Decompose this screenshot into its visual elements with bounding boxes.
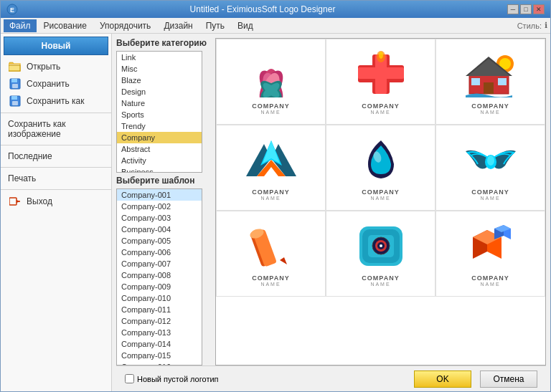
svg-rect-33 <box>484 82 494 94</box>
sidebar-save-as[interactable]: Сохранить как <box>1 92 111 110</box>
save-as-icon <box>8 95 22 107</box>
logo-text-3: COMPANY <box>471 102 509 110</box>
template-list[interactable]: Company-001 Company-002 Company-003 Comp… <box>116 188 202 365</box>
sidebar-exit[interactable]: Выход <box>1 193 111 210</box>
close-button[interactable]: ✕ <box>533 4 545 14</box>
cat-design[interactable]: Design <box>117 86 202 97</box>
logo-sub-1: NAME <box>260 110 281 115</box>
tpl-010[interactable]: Company-010 <box>117 292 202 304</box>
logo-text-9: COMPANY <box>471 274 509 282</box>
cat-link[interactable]: Link <box>117 52 202 63</box>
logo-img-8 <box>352 221 410 272</box>
menu-draw[interactable]: Рисование <box>38 19 93 32</box>
window-controls: ─ □ ✕ <box>507 4 545 14</box>
tpl-001[interactable]: Company-001 <box>117 189 202 201</box>
menu-view[interactable]: Вид <box>232 19 259 32</box>
tpl-012[interactable]: Company-012 <box>117 315 202 327</box>
sidebar-open[interactable]: Открыть <box>1 58 111 75</box>
cat-activity[interactable]: Activity <box>117 155 202 166</box>
tpl-007[interactable]: Company-007 <box>117 258 202 269</box>
tpl-004[interactable]: Company-004 <box>117 224 202 235</box>
tpl-013[interactable]: Company-013 <box>117 327 202 338</box>
logo-img-2 <box>352 49 410 100</box>
sidebar-save[interactable]: Сохранить <box>1 75 111 92</box>
svg-rect-34 <box>471 78 480 85</box>
logo-sub-7: NAME <box>260 282 281 287</box>
logo-cell-4[interactable]: COMPANY NAME <box>216 125 326 211</box>
logo-img-1 <box>242 49 300 100</box>
logo-text-4: COMPANY <box>252 188 289 196</box>
sidebar-divider-1 <box>1 113 111 113</box>
logo-text-7: COMPANY <box>252 274 289 282</box>
tpl-003[interactable]: Company-003 <box>117 212 202 224</box>
maximize-button[interactable]: □ <box>520 4 532 14</box>
logo-cell-5[interactable]: COMPANY NAME <box>326 125 435 211</box>
menu-path[interactable]: Путь <box>200 19 230 32</box>
exit-icon <box>8 196 22 207</box>
logo-img-3 <box>462 49 519 100</box>
sidebar: Новый Открыть Сохранить Сохранить как <box>1 34 112 391</box>
minimize-button[interactable]: ─ <box>507 4 519 14</box>
template-label: Выберите шаблон <box>116 176 209 186</box>
tpl-011[interactable]: Company-011 <box>117 304 202 315</box>
logo-sub-3: NAME <box>480 110 500 115</box>
logo-cell-8[interactable]: COMPANY NAME <box>326 211 435 297</box>
logo-text-8: COMPANY <box>362 274 399 282</box>
open-icon <box>8 61 22 72</box>
logo-img-4 <box>242 135 300 186</box>
svg-text:E: E <box>10 6 14 14</box>
cancel-button[interactable]: Отмена <box>480 371 537 388</box>
sidebar-save-image[interactable]: Сохранить как изображение <box>1 116 111 142</box>
logo-sub-5: NAME <box>370 196 390 201</box>
tpl-009[interactable]: Company-009 <box>117 281 202 292</box>
tpl-005[interactable]: Company-005 <box>117 235 202 247</box>
sidebar-divider-2 <box>1 145 111 145</box>
logo-cell-3[interactable]: COMPANY NAME <box>435 39 545 125</box>
tpl-002[interactable]: Company-002 <box>117 201 202 212</box>
cat-trendy[interactable]: Trendy <box>117 120 202 132</box>
tpl-014[interactable]: Company-014 <box>117 338 202 350</box>
new-logo-checkbox[interactable] <box>125 374 134 383</box>
cat-misc[interactable]: Misc <box>117 63 202 75</box>
logo-cell-9[interactable]: COMPANY NAME <box>435 211 545 297</box>
logo-img-9 <box>462 221 519 272</box>
menu-file[interactable]: Файл <box>4 19 37 32</box>
cat-abstract[interactable]: Abstract <box>117 143 202 155</box>
cat-business[interactable]: Business <box>117 166 202 173</box>
cat-nature[interactable]: Nature <box>117 97 202 109</box>
new-logo-label: Новый пустой логотип <box>137 375 219 383</box>
new-button[interactable]: Новый <box>4 37 108 55</box>
sidebar-divider-3 <box>1 167 111 168</box>
tpl-008[interactable]: Company-008 <box>117 269 202 281</box>
logo-text-5: COMPANY <box>362 188 399 196</box>
logo-img-7 <box>242 221 300 272</box>
logo-cell-6[interactable]: COMPANY NAME <box>435 125 545 211</box>
new-logo-checkbox-wrap: Новый пустой логотип <box>125 374 219 383</box>
tpl-006[interactable]: Company-006 <box>117 247 202 258</box>
menu-design[interactable]: Дизайн <box>158 19 198 32</box>
title-bar: E Untitled - EximiousSoft Logo Designer … <box>1 1 550 18</box>
save-icon <box>8 78 22 90</box>
cat-blaze[interactable]: Blaze <box>117 75 202 86</box>
ok-button[interactable]: OK <box>414 371 471 388</box>
category-list[interactable]: Link Misc Blaze Design Nature Sports Tre… <box>116 51 202 173</box>
tpl-015[interactable]: Company-015 <box>117 350 202 361</box>
logo-text-1: COMPANY <box>252 102 289 110</box>
svg-point-54 <box>380 244 382 247</box>
svg-point-43 <box>487 156 494 166</box>
svg-rect-10 <box>9 198 17 205</box>
cat-sports[interactable]: Sports <box>117 109 202 120</box>
logo-img-6 <box>462 135 519 186</box>
logo-grid-container[interactable]: COMPANY NAME <box>215 38 546 365</box>
svg-rect-8 <box>11 96 17 100</box>
sidebar-divider-4 <box>1 189 111 190</box>
logo-cell-1[interactable]: COMPANY NAME <box>216 39 326 125</box>
sidebar-print[interactable]: Печать <box>1 171 111 186</box>
bottom-bar: Новый пустой логотип OK Отмена <box>116 365 546 391</box>
logo-cell-2[interactable]: COMPANY NAME <box>326 39 435 125</box>
menu-arrange[interactable]: Упорядочить <box>94 19 156 32</box>
logo-cell-7[interactable]: COMPANY NAME <box>216 211 326 297</box>
sidebar-recent[interactable]: Последние <box>1 148 111 164</box>
logo-text-2: COMPANY <box>362 102 399 110</box>
cat-company[interactable]: Company <box>117 132 202 143</box>
